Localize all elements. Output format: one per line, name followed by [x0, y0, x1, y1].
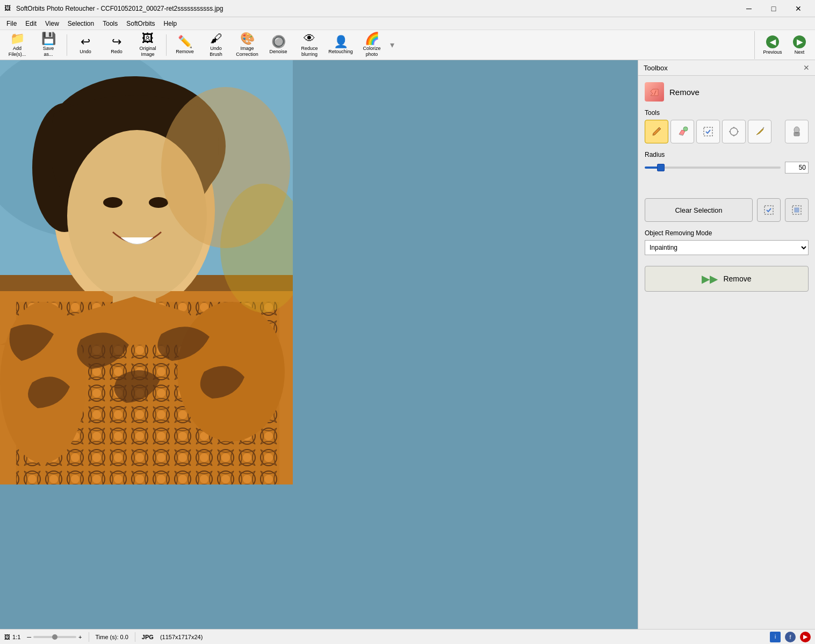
svg-point-23 [730, 128, 738, 135]
mode-label: Object Removing Mode [645, 229, 809, 237]
toolbox-title: Toolbox [644, 64, 668, 72]
radius-label: Radius [645, 151, 809, 158]
remove-tool-icon [648, 86, 660, 98]
radius-value[interactable]: 50 [785, 162, 809, 173]
reduce-blurring-icon: 👁 [304, 33, 315, 45]
previous-label: Previous [763, 49, 782, 55]
svg-point-13 [103, 197, 122, 208]
svg-rect-34 [795, 208, 799, 212]
stamp-tool-button[interactable] [785, 120, 809, 143]
zoom-in-icon[interactable]: + [78, 634, 82, 640]
retouching-icon: 👤 [334, 36, 348, 48]
mode-select[interactable]: Inpainting Content Aware Diffusion [645, 240, 809, 255]
next-label: Next [795, 49, 805, 55]
zoom-out-icon[interactable]: ─ [27, 634, 31, 640]
photo-container [0, 60, 293, 629]
zoom-thumb [52, 634, 57, 640]
previous-button[interactable]: ◀ Previous [759, 31, 786, 59]
select-all-button[interactable] [757, 198, 781, 222]
denoise-label: Denoise [269, 49, 287, 54]
info-button[interactable]: i [770, 632, 781, 642]
remove-action-icon: ▶▶ [702, 272, 718, 285]
toolbox-panel: Toolbox ✕ Remove Tools [638, 60, 815, 629]
rect-select-tool-button[interactable] [696, 120, 720, 143]
eraser-tool-button[interactable] [670, 120, 694, 143]
colorize-photo-button[interactable]: 🌈 Colorizephoto [357, 31, 387, 59]
status-right: i f ▶ [770, 632, 811, 642]
undo-icon: ↩ [81, 36, 90, 48]
zoom-slider[interactable] [33, 636, 76, 638]
toolbox-header: Toolbox ✕ [638, 60, 815, 76]
svg-rect-22 [704, 127, 712, 136]
toolbox-close-button[interactable]: ✕ [803, 63, 810, 72]
magic-wand-tool-button[interactable] [722, 120, 746, 143]
svg-rect-31 [795, 132, 798, 133]
colorize-label: Colorizephoto [363, 46, 380, 57]
reduce-blurring-button[interactable]: 👁 Reduceblurring [294, 31, 324, 59]
undo-label: Undo [80, 49, 91, 54]
magic-brush-icon [754, 126, 766, 138]
redo-button[interactable]: ↪ Redo [102, 31, 132, 59]
info-icon: i [775, 634, 776, 640]
tool-name-label: Remove [669, 88, 699, 97]
magic-brush-tool-button[interactable] [748, 120, 771, 143]
radius-slider[interactable] [645, 167, 781, 169]
remove-button[interactable]: ✏️ Remove [170, 31, 200, 59]
original-image-label: OriginalImage [139, 46, 156, 57]
empty-section [645, 182, 809, 198]
add-files-label: AddFile(s)... [9, 46, 26, 57]
facebook-icon[interactable]: f [785, 632, 796, 642]
window-controls: ─ □ ✕ [737, 0, 811, 17]
action-row: Clear Selection [645, 198, 809, 222]
toolbar-sep-1 [67, 34, 67, 56]
status-sep-1 [89, 632, 89, 642]
add-files-button[interactable]: 📁 AddFile(s)... [2, 31, 32, 59]
zoom-controls: 🖼 1:1 [4, 634, 20, 640]
rect-select-icon [702, 126, 714, 138]
app-icon: 🖼 [4, 4, 13, 13]
next-button[interactable]: ▶ Next [786, 31, 813, 59]
remove-label: Remove [176, 49, 194, 54]
window-title: SoftOrbits Photo Retoucher - CCF01052012… [16, 5, 737, 12]
save-as-label: Saveas... [43, 46, 54, 57]
brush-tool-button[interactable] [645, 120, 668, 143]
toolbar-more-icon[interactable]: ▾ [388, 40, 396, 50]
image-correction-icon: 🎨 [240, 33, 255, 45]
retouching-button[interactable]: 👤 Retouching [326, 31, 356, 59]
image-correction-button[interactable]: 🎨 ImageCorrection [232, 31, 262, 59]
remove-icon: ✏️ [178, 36, 192, 48]
menu-file[interactable]: File [2, 19, 21, 28]
status-time: Time (s): 0.0 [96, 634, 128, 640]
stamp-icon [791, 126, 803, 138]
toolbar-sep-2 [166, 34, 167, 56]
menu-view[interactable]: View [41, 19, 63, 28]
menu-softorbits[interactable]: SoftOrbits [122, 19, 159, 28]
undo-button[interactable]: ↩ Undo [70, 31, 100, 59]
minimize-button[interactable]: ─ [737, 0, 761, 17]
clear-selection-label: Clear Selection [675, 206, 722, 214]
invert-selection-button[interactable] [785, 198, 809, 222]
menu-help[interactable]: Help [160, 19, 182, 28]
canvas-area[interactable] [0, 60, 638, 629]
radius-slider-thumb[interactable] [657, 164, 665, 171]
denoise-button[interactable]: 🔘 Denoise [263, 31, 293, 59]
save-as-button[interactable]: 💾 Saveas... [33, 31, 63, 59]
clear-selection-button[interactable]: Clear Selection [645, 198, 753, 222]
menu-selection[interactable]: Selection [63, 19, 98, 28]
remove-action-button[interactable]: ▶▶ Remove [645, 266, 809, 292]
svg-point-14 [149, 197, 168, 208]
original-image-button[interactable]: 🖼 OriginalImage [133, 31, 163, 59]
youtube-icon[interactable]: ▶ [800, 632, 811, 642]
menu-tools[interactable]: Tools [98, 19, 122, 28]
svg-rect-18 [0, 291, 293, 484]
status-dimensions: (1157x1717x24) [160, 634, 203, 640]
close-button[interactable]: ✕ [786, 0, 811, 17]
save-icon: 💾 [41, 33, 56, 45]
statusbar: 🖼 1:1 ─ + Time (s): 0.0 JPG (1157x1717x2… [0, 629, 815, 644]
denoise-icon: 🔘 [271, 36, 286, 48]
previous-icon: ◀ [766, 35, 779, 48]
menu-edit[interactable]: Edit [21, 19, 41, 28]
undo-brush-button[interactable]: 🖌 UndoBrush [201, 31, 231, 59]
maximize-button[interactable]: □ [761, 0, 786, 17]
tool-icon [645, 82, 664, 102]
